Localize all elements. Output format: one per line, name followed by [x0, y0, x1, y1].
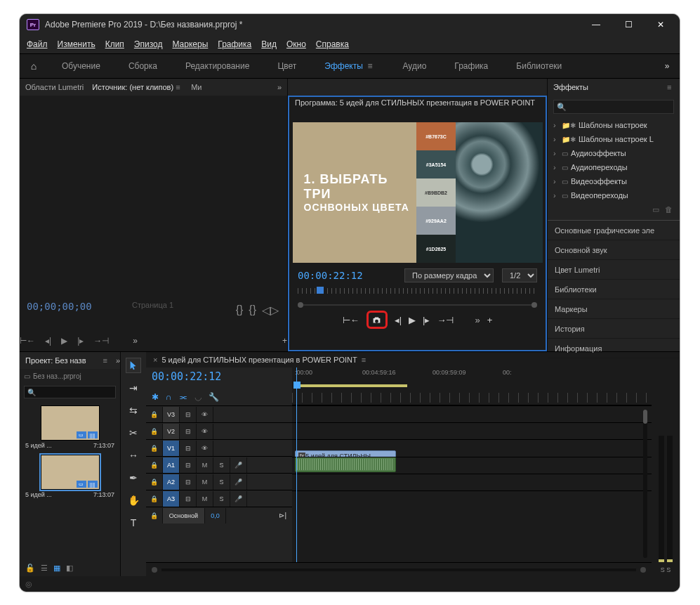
- src-step-fwd-button[interactable]: |▸: [77, 336, 84, 346]
- menu-sequence[interactable]: Эпизод: [134, 39, 163, 50]
- panel-info[interactable]: Информация: [548, 339, 680, 358]
- panel-history[interactable]: История: [548, 319, 680, 339]
- ws-graphics[interactable]: Графика: [440, 61, 502, 71]
- list-view-icon[interactable]: ☰: [41, 564, 48, 573]
- link-icon[interactable]: ⫘: [179, 392, 187, 402]
- ripple-tool[interactable]: ⇆: [126, 403, 141, 418]
- menu-window[interactable]: Окно: [286, 39, 306, 50]
- playhead[interactable]: [296, 367, 297, 562]
- menu-graphics[interactable]: Графика: [218, 39, 251, 50]
- timeline-tracks-area[interactable]: :00:00 00:04:59:16 00:09:59:09 00: f: [292, 367, 652, 562]
- menu-edit[interactable]: Изменить: [58, 39, 95, 50]
- src-mark-in-button[interactable]: ⊢←: [20, 336, 35, 346]
- panel-egp[interactable]: Основные графические эле: [548, 221, 680, 240]
- src-inout2-icon[interactable]: {}: [249, 304, 256, 317]
- effects-tree-item[interactable]: ›📁✱Шаблоны настроек: [548, 118, 680, 132]
- pen-tool[interactable]: ✒: [126, 470, 141, 486]
- menu-view[interactable]: Вид: [261, 39, 277, 50]
- panel-lumetri-color[interactable]: Цвет Lumetri: [548, 260, 680, 280]
- ws-effects[interactable]: Эффекты ≡: [310, 61, 388, 71]
- prog-add-button[interactable]: +: [487, 315, 493, 325]
- track-select-tool[interactable]: ⇥: [126, 380, 141, 396]
- track-v2[interactable]: 🔒V2⊟👁: [146, 422, 292, 439]
- ws-overflow[interactable]: »: [654, 61, 680, 71]
- fit-select[interactable]: По размеру кадра: [404, 268, 494, 282]
- selection-tool[interactable]: [126, 358, 141, 373]
- delete-icon[interactable]: 🗑: [665, 205, 673, 214]
- effects-tree-item[interactable]: ›▭Аудиопереходы: [548, 160, 680, 174]
- panel-libraries[interactable]: Библиотеки: [548, 280, 680, 299]
- track-v3[interactable]: 🔒V3⊟👁: [146, 405, 292, 422]
- project-bin-item[interactable]: ▭|||| 5 идей ...7:13:07: [24, 455, 116, 498]
- program-zoombar[interactable]: [298, 302, 537, 308]
- minimize-button[interactable]: —: [580, 14, 612, 35]
- src-step-back-button[interactable]: ◂|: [45, 336, 51, 346]
- project-search[interactable]: 🔍: [24, 386, 116, 398]
- resolution-select[interactable]: 1/2: [502, 268, 537, 282]
- timeline-panel: × 5 идей для СТИЛЬНЫХ презентация в POWE…: [146, 352, 652, 576]
- hand-tool[interactable]: ✋: [126, 493, 141, 508]
- track-master[interactable]: 🔒Основной0,0⊳|: [146, 507, 292, 523]
- audio-meters: S S: [652, 352, 680, 576]
- new-bin-icon[interactable]: ▭: [652, 205, 659, 214]
- panel-markers[interactable]: Маркеры: [548, 299, 680, 319]
- slide-image: [456, 122, 542, 263]
- effects-tree-item[interactable]: ›▭Видеоэффекты: [548, 174, 680, 188]
- tab-lumetri-scopes[interactable]: Области Lumetri: [25, 83, 84, 91]
- src-nav-icon[interactable]: ◁▷: [262, 304, 279, 317]
- icon-view-icon[interactable]: ▦: [53, 564, 60, 573]
- ws-audio[interactable]: Аудио: [389, 61, 441, 71]
- freeform-icon[interactable]: ◧: [66, 564, 73, 573]
- cc-icon[interactable]: ◎: [25, 580, 32, 589]
- export-frame-button[interactable]: [366, 311, 388, 329]
- ws-learn[interactable]: Обучение: [48, 61, 114, 71]
- ws-assembly[interactable]: Сборка: [114, 61, 171, 71]
- prog-step-back-button[interactable]: ◂|: [395, 315, 402, 325]
- menu-markers[interactable]: Маркеры: [172, 39, 208, 50]
- magnet-icon[interactable]: ∩: [166, 392, 172, 402]
- close-button[interactable]: ✕: [645, 14, 677, 35]
- type-tool[interactable]: T: [126, 515, 141, 531]
- prog-play-button[interactable]: ▶: [409, 315, 416, 325]
- track-v1[interactable]: 🔒V1⊟👁: [146, 439, 292, 456]
- tab-trunc[interactable]: Ми: [191, 83, 202, 91]
- snap-icon[interactable]: ✱: [152, 392, 159, 402]
- src-inout-icon[interactable]: {}: [236, 304, 244, 317]
- menu-file[interactable]: Файл: [27, 39, 48, 50]
- track-a2[interactable]: 🔒A2⊟MS🎤: [146, 473, 292, 490]
- tab-source[interactable]: Источник: (нет клипов) ≡: [92, 83, 183, 91]
- track-a1[interactable]: 🔒A1⊟MS🎤: [146, 456, 292, 473]
- work-area-bar[interactable]: [295, 384, 407, 387]
- solo-left[interactable]: S: [661, 566, 665, 573]
- razor-tool[interactable]: ✂: [126, 425, 141, 441]
- timeline-vscroll[interactable]: [643, 410, 647, 558]
- panel-essential-sound[interactable]: Основной звук: [548, 240, 680, 260]
- solo-right[interactable]: S: [666, 566, 671, 573]
- prog-mark-in-button[interactable]: ⊢←: [343, 315, 359, 325]
- effects-search[interactable]: 🔍: [553, 100, 674, 114]
- maximize-button[interactable]: ☐: [612, 14, 645, 35]
- src-add-button[interactable]: +: [282, 336, 287, 346]
- project-bin-item[interactable]: ▭|||| 5 идей ...7:13:07: [24, 405, 116, 449]
- effects-tree-item[interactable]: ›▭Аудиоэффекты: [548, 146, 680, 160]
- menu-clip[interactable]: Клип: [105, 39, 124, 50]
- effects-tree-item[interactable]: ›▭Видеопереходы: [548, 188, 680, 202]
- menu-help[interactable]: Справка: [316, 39, 349, 50]
- src-mark-out-button[interactable]: →⊣: [93, 336, 109, 346]
- track-a3[interactable]: 🔒A3⊟MS🎤: [146, 490, 292, 507]
- ws-libraries[interactable]: Библиотеки: [502, 61, 576, 71]
- ws-color[interactable]: Цвет: [263, 61, 310, 71]
- slip-tool[interactable]: ↔: [126, 448, 141, 463]
- lock-icon[interactable]: 🔓: [25, 564, 35, 573]
- prog-step-fwd-button[interactable]: |▸: [423, 315, 430, 325]
- effects-tab[interactable]: Эффекты: [553, 83, 588, 91]
- project-tab[interactable]: Проект: Без назв: [25, 356, 86, 365]
- src-play-button[interactable]: ▶: [61, 336, 67, 346]
- prog-mark-out-button[interactable]: →⊣: [437, 315, 454, 325]
- program-scrubber[interactable]: [298, 288, 537, 297]
- home-button[interactable]: ⌂: [20, 60, 48, 72]
- marker-icon[interactable]: ◡: [194, 392, 202, 402]
- settings-icon[interactable]: 🔧: [209, 392, 219, 402]
- ws-editing[interactable]: Редактирование: [171, 61, 263, 71]
- effects-tree-item[interactable]: ›📁✱Шаблоны настроек L: [548, 132, 680, 146]
